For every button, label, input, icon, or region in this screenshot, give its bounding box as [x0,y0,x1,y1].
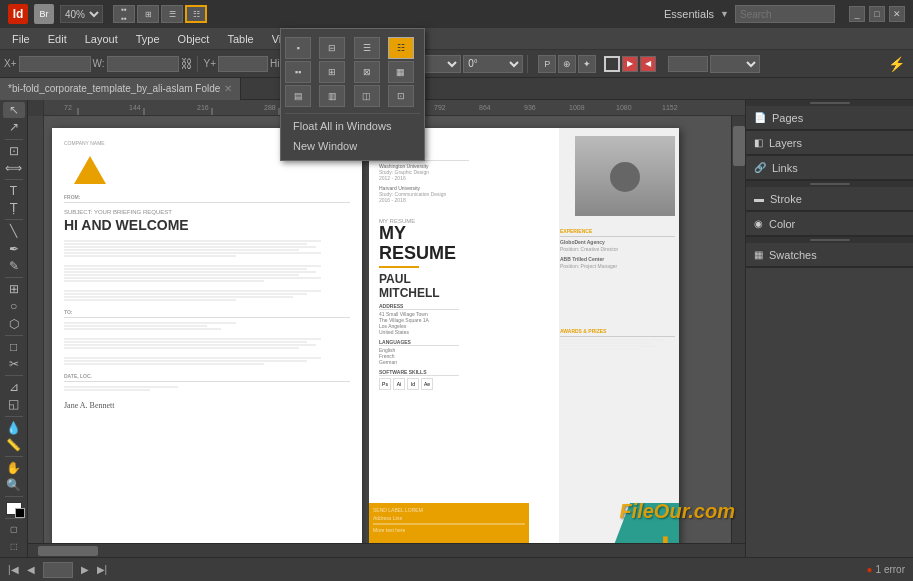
pt-select[interactable] [710,55,760,73]
pages-panel-header[interactable]: 📄 Pages [746,106,913,130]
links-panel-header[interactable]: 🔗 Links [746,156,913,180]
tool-icon-2[interactable]: ⊕ [558,55,576,73]
stroke-end-icon[interactable]: ◀ [640,56,656,72]
page-number-input[interactable]: 2 [43,562,73,578]
w-input[interactable]: 389.937 pt [107,56,179,72]
left-page: COMPANY NAME 1 FROM: SUBJECT: YOUR BRIEF… [52,128,362,543]
layers-icon: ◧ [754,137,763,148]
view-btn-1[interactable]: ▪▪▪▪ [113,5,135,23]
menu-layout[interactable]: Layout [77,31,126,47]
app-icon: Id [8,4,28,24]
y-input[interactable]: 0 pt [218,56,268,72]
color-panel-header[interactable]: ◉ Color [746,212,913,236]
chain-icon[interactable]: ⛓ [181,57,193,71]
document-tab[interactable]: *bi-fold_corporate_template_by_ali-aslam… [0,78,241,100]
swatches-panel-header[interactable]: ▦ Swatches [746,243,913,267]
menu-file[interactable]: File [4,31,38,47]
color-icon: ◉ [754,218,763,229]
layout-grid-btn-8[interactable]: ▦ [388,61,414,83]
svg-text:936: 936 [524,104,536,111]
measure-tool[interactable]: 📏 [3,437,25,453]
svg-text:144: 144 [129,104,141,111]
tool-icon-3[interactable]: ✦ [578,55,596,73]
y-label: Y+ [204,58,217,69]
ellipse-frame-tool[interactable]: ○ [3,298,25,314]
document-canvas[interactable]: COMPANY NAME 1 FROM: SUBJECT: YOUR BRIEF… [44,116,745,543]
new-window-item[interactable]: New Window [281,136,424,156]
layout-grid-btn-6[interactable]: ⊞ [319,61,345,83]
page-prev-btn[interactable]: |◀ [8,564,19,575]
search-input[interactable] [735,5,835,23]
vertical-ruler [28,116,44,543]
layout-grid-btn-3[interactable]: ☰ [354,37,380,59]
scissors-tool[interactable]: ✂ [3,356,25,372]
layout-grid-btn-2[interactable]: ⊟ [319,37,345,59]
essentials-chevron[interactable]: ▼ [720,9,729,19]
selection-tool[interactable]: ↖ [3,102,25,118]
gap-tool[interactable]: ⟺ [3,160,25,176]
view-btn-2[interactable]: ⊞ [137,5,159,23]
layout-grid-btn-1[interactable]: ▪ [285,37,311,59]
menu-table[interactable]: Table [219,31,261,47]
pen-tool[interactable]: ✒ [3,241,25,257]
x-input[interactable]: -80.372 pt [19,56,91,72]
menu-object[interactable]: Object [170,31,218,47]
tool-icon-1[interactable]: P [538,55,556,73]
gradient-tool[interactable]: ◱ [3,396,25,412]
layout-grid-btn-4[interactable]: ☷ [388,37,414,59]
zoom-select[interactable]: 40% [60,5,103,23]
float-all-windows[interactable]: Float All in Windows [281,116,424,136]
rect-frame-tool[interactable]: ⊞ [3,281,25,297]
menu-type[interactable]: Type [128,31,168,47]
stroke-panel-header[interactable]: ▬ Stroke [746,187,913,211]
stroke-arrows[interactable]: ▶ [622,56,638,72]
pt-input[interactable]: 0 pt [668,56,708,72]
layout-grid-btn-10[interactable]: ▥ [319,85,345,107]
preview-mode[interactable]: ⬚ [3,539,25,555]
horizontal-scrollbar[interactable] [28,543,745,557]
type-path-tool[interactable]: Ṭ [3,200,25,216]
stroke-group: ▶ ◀ [604,56,656,72]
fill-swatch[interactable] [6,502,22,514]
bridge-icon[interactable]: Br [34,4,54,24]
view-btn-4[interactable]: ☷ [185,5,207,23]
error-indicator[interactable]: ● 1 error [867,564,906,575]
normal-mode[interactable]: ▢ [3,521,25,537]
page-next-btn[interactable]: ▶ [81,564,89,575]
tab-close-icon[interactable]: ✕ [224,83,232,94]
layout-grid-btn-12[interactable]: ⊡ [388,85,414,107]
right-panel: 📄 Pages ◧ Layers 🔗 Links [745,100,913,557]
polygon-frame-tool[interactable]: ⬡ [3,316,25,332]
direct-select-tool[interactable]: ↗ [3,119,25,135]
rect-tool[interactable]: □ [3,339,25,355]
menu-edit[interactable]: Edit [40,31,75,47]
close-button[interactable]: ✕ [889,6,905,22]
free-transform-tool[interactable]: ⊿ [3,379,25,395]
page-prev2-btn[interactable]: ◀ [27,564,35,575]
maximize-button[interactable]: □ [869,6,885,22]
page-tool[interactable]: ⊡ [3,142,25,158]
layout-grid-btn-7[interactable]: ⊠ [354,61,380,83]
layers-panel-header[interactable]: ◧ Layers [746,131,913,155]
layout-grid-btn-11[interactable]: ◫ [354,85,380,107]
stroke-swatch[interactable] [604,56,620,72]
color-label: Color [769,218,795,230]
coordinates-group: X+ -80.372 pt W: 389.937 pt ⛓ [4,56,198,72]
svg-text:1152: 1152 [662,104,678,111]
vertical-scrollbar[interactable] [731,116,745,543]
eyedropper-tool[interactable]: 💧 [3,419,25,435]
line-tool[interactable]: ╲ [3,223,25,239]
layout-grid-btn-9[interactable]: ▤ [285,85,311,107]
angle-select-2[interactable]: 0° [463,55,523,73]
left-toolbar: ↖ ↗ ⊡ ⟺ T Ṭ ╲ ✒ ✎ ⊞ ○ ⬡ □ ✂ ⊿ ◱ 💧 📏 [0,100,28,557]
zoom-tool[interactable]: 🔍 [3,477,25,493]
minimize-button[interactable]: _ [849,6,865,22]
layout-grid-btn-5[interactable]: ▪▪ [285,61,311,83]
lightning-icon[interactable]: ⚡ [888,56,905,72]
view-btn-3[interactable]: ☰ [161,5,183,23]
type-tool[interactable]: T [3,183,25,199]
swatches-section: ▦ Swatches [746,243,913,268]
page-next2-btn[interactable]: ▶| [97,564,108,575]
pencil-tool[interactable]: ✎ [3,258,25,274]
hand-tool[interactable]: ✋ [3,460,25,476]
